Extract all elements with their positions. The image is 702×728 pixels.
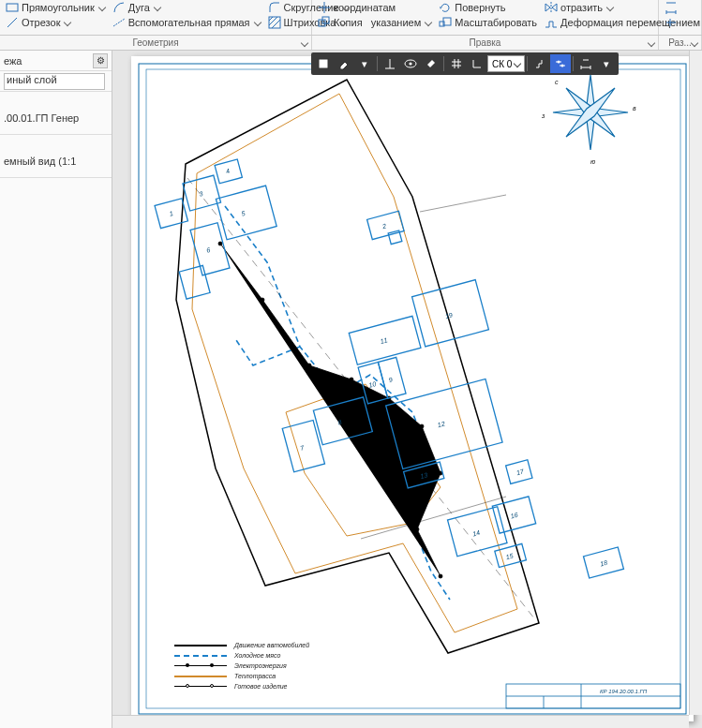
- buildings: [149, 90, 624, 661]
- spacer: [0, 92, 112, 101]
- svg-point-19: [307, 364, 311, 367]
- svg-rect-31: [179, 265, 210, 299]
- spacer: [0, 135, 112, 144]
- compass-icon: с в з ю: [541, 75, 636, 165]
- svg-rect-33: [388, 230, 402, 245]
- geom-group-label[interactable]: Геометрия: [0, 36, 312, 50]
- perp-icon[interactable]: [380, 54, 400, 73]
- svg-text:18: 18: [599, 559, 607, 568]
- svg-text:2: 2: [381, 222, 387, 230]
- gear-icon[interactable]: ⚙: [93, 53, 108, 68]
- view-name: емный вид (1:1: [4, 156, 108, 167]
- coord-system-combo[interactable]: СК 0: [487, 55, 525, 72]
- drawing-sheet: с в з ю: [131, 56, 694, 721]
- svg-rect-0: [7, 4, 18, 11]
- svg-point-20: [350, 378, 353, 381]
- eye-icon[interactable]: [400, 54, 421, 73]
- aux-line-icon: [112, 16, 126, 29]
- building-numbers: 1 3 4 5 6 2 7 8 9 10 11 12 13 14 15 16 1: [162, 99, 608, 651]
- rect-button[interactable]: Прямоугольник: [2, 0, 109, 15]
- svg-rect-11: [139, 64, 686, 714]
- svg-text:3: 3: [199, 190, 204, 198]
- filter-icon[interactable]: [313, 54, 334, 73]
- svg-rect-70: [319, 59, 328, 68]
- ribbon-group-dim: [659, 0, 702, 35]
- eraser-icon[interactable]: [334, 54, 354, 73]
- paint-icon[interactable]: [421, 54, 441, 73]
- legend-row: Движение автомобилей: [174, 642, 309, 648]
- ribbon-group-geometry: Прямоугольник Отрезок Дуга Вспомогательн…: [0, 0, 312, 35]
- doc-row[interactable]: .00.01.ГП Генер: [0, 101, 112, 135]
- view-toolbar: ▾ СК 0 ▾: [311, 52, 619, 75]
- title-block: [506, 684, 680, 708]
- layer-combo[interactable]: иный слой: [4, 73, 105, 90]
- dim-group-label[interactable]: Раз...: [659, 36, 702, 50]
- rect-icon: [6, 1, 19, 14]
- side-panel: ежа ⚙ иный слой .00.01.ГП Генер емный ви…: [0, 51, 112, 728]
- deform-icon: [545, 16, 558, 29]
- dimension-icon[interactable]: [575, 54, 596, 73]
- svg-rect-12: [146, 69, 680, 708]
- svg-text:1: 1: [169, 210, 174, 217]
- line-label: Отрезок: [22, 16, 60, 29]
- scale-label: Масштабировать: [455, 16, 537, 29]
- svg-rect-37: [378, 357, 406, 398]
- settings-toggle-icon[interactable]: [550, 54, 571, 73]
- svg-text:19: 19: [444, 311, 453, 319]
- arrow-down-icon[interactable]: ▾: [354, 54, 375, 73]
- rotate-label: Повернуть: [455, 1, 505, 14]
- arc-icon: [112, 1, 126, 14]
- svg-line-4: [269, 17, 273, 21]
- rotate-icon: [439, 1, 452, 14]
- line-button[interactable]: Отрезок: [2, 15, 109, 30]
- svg-text:с: с: [555, 79, 559, 85]
- scale-button[interactable]: Масштабировать: [435, 15, 541, 30]
- aux-line-button[interactable]: Вспомогательная прямая: [109, 15, 264, 30]
- rect-label: Прямоугольник: [22, 1, 95, 14]
- ribbon-labels: Геометрия Правка Раз...: [0, 36, 702, 51]
- axes-icon[interactable]: [467, 54, 487, 73]
- panel-header: ежа ⚙: [0, 51, 112, 71]
- cs-value: СК 0: [492, 59, 512, 69]
- svg-line-2: [113, 19, 125, 26]
- legend-row: Готовое изделие: [174, 683, 309, 690]
- arrow-down-icon[interactable]: ▾: [596, 54, 617, 73]
- ribbon: Прямоугольник Отрезок Дуга Вспомогательн…: [0, 0, 702, 36]
- stamp-code: КР 194.20.00.1.ГП: [600, 689, 648, 694]
- svg-text:12: 12: [437, 420, 445, 428]
- move-coords-icon: [318, 1, 331, 14]
- dim-icon: [665, 1, 678, 14]
- point-label: указанием: [371, 16, 422, 29]
- line-icon: [6, 16, 19, 29]
- viewport[interactable]: с в з ю: [112, 51, 702, 728]
- dim-icon-2: [665, 16, 678, 29]
- layer-combo-value: иный слой: [7, 74, 57, 85]
- copy-icon: [318, 16, 331, 29]
- step-icon[interactable]: [530, 54, 550, 73]
- vertical-scrollbar[interactable]: [689, 51, 702, 715]
- rotate-button[interactable]: Повернуть: [435, 0, 541, 15]
- mirror-icon: [545, 1, 558, 14]
- edit-group-label[interactable]: Правка: [312, 36, 659, 50]
- copy-label: Копия: [334, 16, 363, 29]
- move-coords-button[interactable]: координатам: [314, 0, 435, 15]
- layer-row: иный слой: [0, 71, 112, 92]
- svg-line-1: [7, 18, 17, 27]
- dim-button-2[interactable]: [661, 15, 681, 30]
- grid-icon[interactable]: [446, 54, 467, 73]
- svg-text:14: 14: [471, 529, 480, 538]
- view-row[interactable]: емный вид (1:1: [0, 144, 112, 178]
- svg-rect-29: [216, 186, 276, 240]
- svg-text:9: 9: [388, 376, 394, 383]
- svg-text:16: 16: [510, 512, 518, 520]
- aux-line-label: Вспомогательная прямая: [128, 16, 250, 29]
- dim-button-1[interactable]: [661, 0, 681, 15]
- svg-text:10: 10: [368, 380, 377, 389]
- svg-point-24: [415, 527, 419, 531]
- copy-point-button[interactable]: Копия указанием: [314, 15, 435, 30]
- horizontal-scrollbar[interactable]: [112, 715, 689, 728]
- arc-button[interactable]: Дуга: [109, 0, 264, 15]
- svg-text:11: 11: [380, 336, 388, 345]
- svg-point-25: [439, 574, 442, 578]
- legend-row: Теплотрасса: [174, 673, 309, 679]
